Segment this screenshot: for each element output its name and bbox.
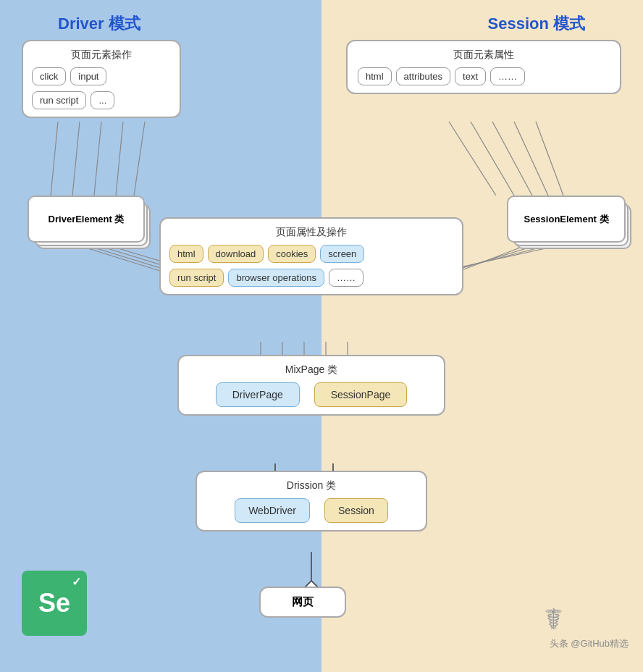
svg-line-9	[536, 122, 563, 196]
driver-element-stack: DriverElement 类	[28, 196, 143, 246]
driver-element-label: DriverElement 类	[49, 213, 125, 226]
pill-click: click	[32, 67, 66, 85]
svg-line-6	[471, 122, 514, 196]
elem-attrs-title: 页面元素属性	[358, 49, 610, 62]
pill-ellipsis: ...	[91, 91, 114, 109]
session-element-label: SessionElement 类	[524, 213, 608, 226]
pill-session: Session	[324, 498, 388, 523]
mixpage-title: MixPage 类	[189, 364, 434, 377]
session-mode-title: Session 模式	[488, 13, 585, 35]
pill-run-script-ops: run script	[169, 269, 224, 287]
driver-element-card-1: DriverElement 类	[28, 196, 145, 243]
svg-line-5	[449, 122, 496, 196]
pill-download: download	[208, 245, 264, 263]
svg-line-0	[51, 122, 58, 196]
pill-html-attr: html	[358, 67, 392, 85]
page-ops-box: 页面属性及操作 html download cookies screen run…	[159, 217, 463, 295]
session-element-card-1: SessionElement 类	[507, 196, 626, 243]
drission-box: Drission 类 WebDriver Session	[196, 471, 427, 532]
svg-line-2	[94, 122, 101, 196]
session-element-stack: SessionElement 类	[507, 196, 623, 246]
pill-screen: screen	[320, 245, 364, 263]
pill-more-attr: ……	[490, 67, 525, 85]
page-ops-row1: html download cookies screen	[169, 245, 453, 263]
drission-pills: WebDriver Session	[207, 498, 416, 523]
page-ops-title: 页面属性及操作	[169, 226, 453, 239]
mixpage-box: MixPage 类 DriverPage SessionPage	[177, 355, 445, 416]
webpage-box: 网页	[259, 587, 346, 618]
svg-line-1	[72, 122, 80, 196]
elem-ops-title: 页面元素操作	[32, 49, 171, 62]
elem-attrs-pills: html attributes text ……	[358, 67, 610, 85]
mixpage-pills: DriverPage SessionPage	[189, 382, 434, 407]
pill-html-ops: html	[169, 245, 203, 263]
pill-driverpage: DriverPage	[216, 382, 300, 407]
pill-cookies: cookies	[268, 245, 316, 263]
elem-ops-box: 页面元素操作 click input run script ...	[22, 40, 181, 118]
pill-run-script: run script	[32, 91, 86, 109]
selenium-check-icon: ✓	[72, 575, 81, 589]
svg-line-4	[134, 122, 145, 196]
caduceus-icon: ☤	[544, 602, 563, 636]
pill-browser-ops: browser operations	[228, 269, 324, 287]
drission-title: Drission 类	[207, 479, 416, 492]
elem-ops-pills-row1: click input	[32, 67, 171, 85]
pill-more-ops: ……	[329, 269, 363, 287]
elem-ops-pills-row2: run script ...	[32, 91, 171, 109]
elem-attrs-box: 页面元素属性 html attributes text ……	[346, 40, 621, 94]
pill-sessionpage: SessionPage	[314, 382, 408, 407]
webpage-label: 网页	[292, 595, 314, 608]
svg-line-8	[514, 122, 548, 196]
pill-webdriver: WebDriver	[235, 498, 310, 523]
watermark: 头条 @GitHub精选	[550, 637, 629, 650]
pill-text: text	[455, 67, 486, 85]
svg-line-7	[492, 122, 532, 196]
pill-input: input	[70, 67, 106, 85]
pill-attributes: attributes	[396, 67, 450, 85]
selenium-text: Se	[38, 588, 70, 618]
selenium-logo: ✓ Se	[22, 571, 87, 636]
driver-mode-title: Driver 模式	[58, 13, 140, 35]
svg-line-3	[116, 122, 123, 196]
page-ops-row2: run script browser operations ……	[169, 269, 453, 287]
